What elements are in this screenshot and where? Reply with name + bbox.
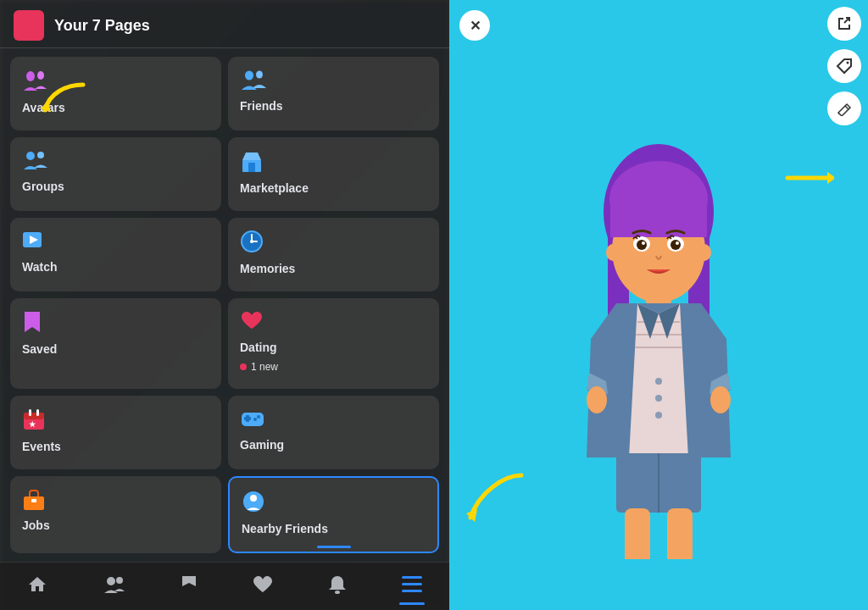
saved-icon — [22, 310, 209, 337]
dating-badge: 1 new — [240, 361, 427, 373]
events-label: Events — [22, 440, 209, 453]
menu-grid: Avatars Friends — [0, 48, 449, 562]
svg-rect-17 — [29, 409, 31, 416]
header-title: Your 7 Pages — [54, 17, 150, 35]
dating-label: Dating — [240, 341, 427, 354]
svg-point-30 — [250, 495, 257, 502]
fb-flag-icon — [14, 10, 44, 41]
tag-button[interactable] — [827, 49, 861, 83]
svg-point-24 — [257, 415, 260, 419]
gaming-label: Gaming — [240, 438, 427, 452]
left-panel: Your 7 Pages Avatars — [0, 0, 449, 610]
svg-point-5 — [37, 152, 44, 158]
menu-item-marketplace[interactable]: Marketplace — [228, 137, 439, 211]
nearby-active-indicator — [317, 546, 351, 548]
menu-item-saved[interactable]: Saved — [10, 298, 221, 389]
menu-item-groups[interactable]: Groups — [10, 137, 221, 211]
svg-rect-68 — [667, 508, 693, 559]
nav-friends[interactable] — [92, 571, 135, 598]
friends-label: Friends — [240, 99, 427, 113]
share-button[interactable] — [827, 7, 861, 41]
svg-point-1 — [37, 71, 44, 80]
close-button[interactable]: ✕ — [459, 10, 490, 41]
panel-content: Your 7 Pages Avatars — [0, 0, 449, 610]
nav-dating[interactable] — [242, 572, 283, 597]
yellow-arrow-right — [783, 157, 834, 202]
yellow-arrow-bottom — [462, 467, 530, 530]
svg-point-33 — [335, 591, 340, 594]
dating-badge-text: 1 new — [251, 361, 278, 373]
svg-point-61 — [655, 395, 662, 402]
nav-menu[interactable] — [392, 573, 432, 596]
right-panel: ✕ — [449, 0, 868, 610]
header: Your 7 Pages — [0, 0, 449, 48]
events-icon: ★ — [22, 408, 209, 435]
menu-item-gaming[interactable]: Gaming — [228, 396, 439, 469]
svg-rect-35 — [402, 583, 422, 585]
svg-point-56 — [698, 244, 711, 261]
avatars-icon — [22, 69, 209, 96]
svg-point-60 — [655, 378, 662, 385]
svg-rect-67 — [625, 508, 650, 559]
svg-point-39 — [847, 62, 849, 64]
menu-item-nearby-friends[interactable]: Nearby Friends — [228, 476, 439, 553]
svg-rect-18 — [36, 409, 39, 416]
menu-item-jobs[interactable]: Jobs — [10, 476, 221, 553]
svg-point-31 — [107, 577, 115, 585]
avatar-figure — [540, 119, 777, 559]
groups-label: Groups — [22, 180, 209, 193]
watch-label: Watch — [22, 260, 209, 274]
menu-item-watch[interactable]: Watch — [10, 218, 221, 291]
nav-home[interactable] — [17, 571, 58, 598]
memories-icon — [240, 230, 427, 257]
svg-point-64 — [710, 386, 731, 413]
menu-item-dating[interactable]: Dating 1 new — [228, 298, 439, 389]
nav-notifications[interactable] — [318, 571, 357, 598]
svg-point-3 — [256, 71, 263, 79]
saved-label: Saved — [22, 342, 209, 356]
watch-icon — [22, 230, 209, 255]
svg-rect-7 — [248, 163, 255, 172]
action-buttons — [827, 7, 861, 125]
menu-item-memories[interactable]: Memories — [228, 218, 439, 291]
nearby-friends-icon — [242, 490, 426, 517]
edit-button[interactable] — [827, 92, 861, 125]
svg-point-2 — [245, 71, 253, 80]
svg-rect-23 — [246, 415, 249, 422]
svg-rect-34 — [402, 576, 422, 579]
svg-point-32 — [116, 577, 123, 584]
groups-icon — [22, 149, 209, 175]
menu-item-friends[interactable]: Friends — [228, 57, 439, 130]
avatar-container — [540, 85, 777, 559]
nav-pages[interactable] — [170, 571, 209, 598]
svg-point-25 — [253, 418, 257, 421]
avatars-label: Avatars — [22, 101, 209, 114]
gaming-icon — [240, 408, 427, 433]
svg-rect-26 — [24, 496, 44, 510]
svg-point-4 — [26, 152, 35, 160]
svg-point-52 — [670, 240, 681, 250]
menu-item-events[interactable]: ★ Events — [10, 396, 221, 469]
svg-point-0 — [26, 71, 35, 81]
nearby-friends-label: Nearby Friends — [242, 522, 426, 535]
marketplace-icon — [240, 149, 427, 176]
bottom-nav — [0, 562, 449, 610]
memories-label: Memories — [240, 262, 427, 275]
svg-point-53 — [642, 241, 645, 245]
dating-badge-dot — [240, 363, 247, 370]
svg-rect-27 — [31, 499, 36, 502]
jobs-label: Jobs — [22, 518, 209, 532]
dating-icon — [240, 310, 427, 336]
close-icon: ✕ — [470, 18, 481, 34]
friends-icon — [240, 69, 427, 94]
svg-marker-75 — [466, 509, 477, 522]
svg-marker-41 — [827, 172, 834, 184]
svg-text:★: ★ — [29, 420, 36, 429]
jobs-icon — [22, 488, 209, 513]
svg-rect-16 — [24, 413, 44, 419]
svg-point-14 — [250, 240, 253, 243]
svg-rect-36 — [402, 590, 422, 592]
marketplace-label: Marketplace — [240, 181, 427, 195]
menu-item-avatars[interactable]: Avatars — [10, 57, 221, 130]
svg-point-62 — [655, 412, 662, 419]
